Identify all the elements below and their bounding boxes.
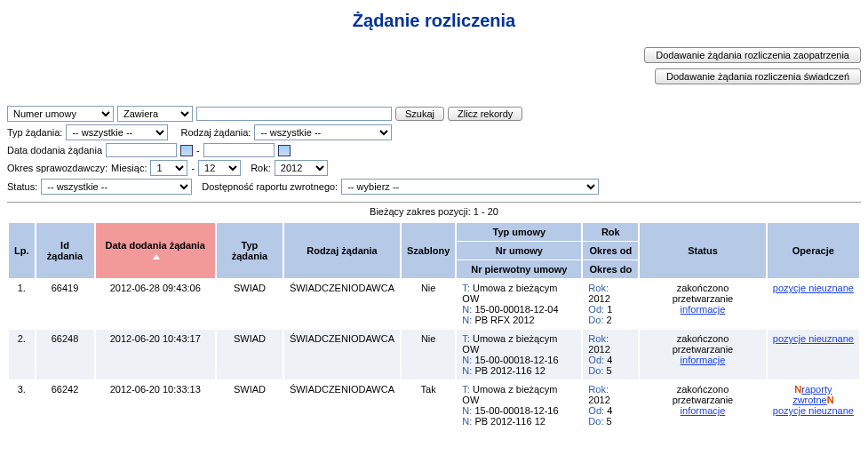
month-from-select[interactable]: 1: [150, 160, 187, 176]
cell-status: zakończono przetwarzanieinformacje: [640, 330, 765, 379]
count-records-button[interactable]: Zlicz rekordy: [448, 107, 522, 121]
status-info-link[interactable]: informacje: [681, 304, 726, 315]
report-avail-select[interactable]: -- wybierz --: [341, 179, 599, 195]
cell-templates: Nie: [402, 279, 455, 329]
cell-kind: ŚWIADCZENIODAWCA: [284, 279, 400, 329]
status-info-link[interactable]: informacje: [681, 405, 726, 416]
col-period-to[interactable]: Okres do: [583, 260, 638, 278]
month-to-select[interactable]: 12: [198, 160, 241, 176]
cell-agreement: T: Umowa z bieżącym OWN: 15-00-00018-12-…: [457, 380, 581, 430]
cell-operations: pozycje nieuznane: [768, 330, 859, 379]
search-button[interactable]: Szukaj: [395, 107, 444, 121]
period-label: Okres sprawozdawczy:: [7, 163, 108, 173]
cell-type: SWIAD: [217, 380, 283, 430]
col-lp[interactable]: Lp.: [9, 223, 35, 278]
cell-status: zakończono przetwarzanieinformacje: [640, 380, 765, 430]
add-supply-request-button[interactable]: Dodawanie żądania rozliczenia zaopatrzen…: [644, 47, 861, 63]
col-year[interactable]: Rok: [583, 223, 638, 241]
cell-operations: Nraporty zwrotneNpozycje nieuznane: [768, 380, 859, 430]
cell-operations: pozycje nieuznane: [768, 279, 859, 329]
cell-lp: 2.: [9, 330, 35, 379]
table-row: 1.664192012-06-28 09:43:06SWIADŚWIADCZEN…: [9, 279, 859, 329]
col-ops[interactable]: Operacje: [768, 223, 859, 278]
col-date-added[interactable]: Data dodania żądania: [96, 223, 215, 278]
cell-templates: Nie: [402, 330, 455, 379]
col-type[interactable]: Typ żądania: [217, 223, 283, 278]
date-from-input[interactable]: [106, 143, 177, 157]
cell-period: Rok: 2012Od: 4Do: 5: [583, 380, 638, 430]
range-text: Bieżący zakres pozycji: 1 - 20: [7, 206, 861, 217]
operation-link[interactable]: pozycje nieuznane: [773, 283, 854, 293]
year-select[interactable]: 2012: [275, 160, 328, 176]
cell-agreement: T: Umowa z bieżącym OWN: 15-00-00018-12-…: [457, 279, 581, 329]
status-label: Status:: [7, 181, 37, 192]
year-label: Rok:: [251, 163, 271, 173]
col-period-from[interactable]: Okres od: [583, 242, 638, 259]
date-added-label: Data dodania żądania: [7, 145, 102, 156]
date-to-input[interactable]: [203, 143, 275, 157]
col-status[interactable]: Status: [640, 223, 765, 278]
sort-asc-icon: [153, 254, 160, 259]
cell-id: 66248: [36, 330, 94, 379]
cell-templates: Tak: [402, 380, 455, 430]
type-label: Typ żądania:: [7, 127, 62, 138]
search-value-input[interactable]: [196, 107, 392, 121]
kind-select[interactable]: -- wszystkie --: [254, 124, 392, 140]
new-badge-icon: N: [827, 395, 834, 405]
col-agr-no[interactable]: Nr umowy: [457, 242, 581, 259]
col-agr-type[interactable]: Typ umowy: [457, 223, 581, 241]
cell-date: 2012-06-20 10:33:13: [96, 380, 215, 430]
cell-type: SWIAD: [217, 279, 283, 329]
cell-type: SWIAD: [217, 330, 283, 379]
cell-period: Rok: 2012Od: 4Do: 5: [583, 330, 638, 379]
cell-lp: 1.: [9, 279, 35, 329]
search-match-select[interactable]: Zawiera: [117, 106, 193, 122]
separator: [7, 202, 861, 203]
col-agr-primary[interactable]: Nr pierwotny umowy: [457, 260, 581, 278]
cell-status: zakończono przetwarzanieinformacje: [640, 279, 765, 329]
calendar-icon[interactable]: [278, 145, 291, 156]
cell-date: 2012-06-28 09:43:06: [96, 279, 215, 329]
add-service-request-button[interactable]: Dodawanie żądania rozliczenia świadczeń: [655, 68, 861, 84]
month-label: Miesiąc:: [111, 163, 147, 173]
cell-period: Rok: 2012Od: 1Do: 2: [583, 279, 638, 329]
col-templates[interactable]: Szablony: [402, 223, 455, 278]
table-row: 2.662482012-06-20 10:43:17SWIADŚWIADCZEN…: [9, 330, 859, 379]
month-separator: -: [191, 163, 195, 173]
status-info-link[interactable]: informacje: [681, 355, 726, 365]
cell-lp: 3.: [9, 380, 35, 430]
cell-agreement: T: Umowa z bieżącym OWN: 15-00-00018-12-…: [457, 330, 581, 379]
page-title: Żądanie rozliczenia: [7, 11, 861, 31]
report-avail-label: Dostępność raportu zwrotnego:: [202, 181, 338, 192]
cell-kind: ŚWIADCZENIODAWCA: [284, 380, 400, 430]
cell-kind: ŚWIADCZENIODAWCA: [284, 330, 400, 379]
kind-label: Rodzaj żądania:: [181, 127, 251, 138]
search-field-select[interactable]: Numer umowy: [7, 106, 114, 122]
results-table: Lp. Id żądania Data dodania żądania Typ …: [7, 222, 861, 431]
col-kind[interactable]: Rodzaj żądania: [284, 223, 400, 278]
cell-id: 66242: [36, 380, 94, 430]
status-select[interactable]: -- wszystkie --: [41, 179, 192, 195]
type-select[interactable]: -- wszystkie --: [66, 124, 168, 140]
cell-id: 66419: [36, 279, 94, 329]
date-separator: -: [196, 145, 200, 156]
operation-link[interactable]: pozycje nieuznane: [773, 405, 854, 416]
table-row: 3.662422012-06-20 10:33:13SWIADŚWIADCZEN…: [9, 380, 859, 430]
operation-link[interactable]: pozycje nieuznane: [773, 333, 854, 344]
cell-date: 2012-06-20 10:43:17: [96, 330, 215, 379]
calendar-icon[interactable]: [180, 145, 193, 156]
col-id[interactable]: Id żądania: [36, 223, 94, 278]
